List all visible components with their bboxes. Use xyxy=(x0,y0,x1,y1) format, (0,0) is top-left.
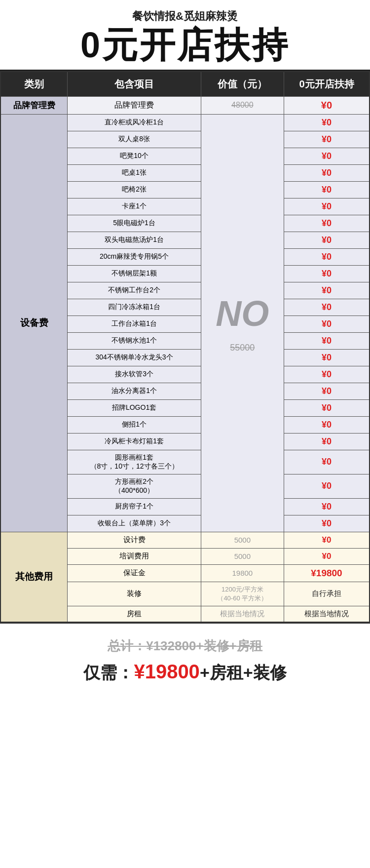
other-row-1: 其他费用 设计费 5000 ¥0 xyxy=(0,532,370,548)
equip-item-23: 厨房帘子1个 xyxy=(68,498,201,515)
col-header-items: 包含项目 xyxy=(68,72,201,96)
equip-item-17: 油水分离器1个 xyxy=(68,383,201,399)
equip-support-11: ¥0 xyxy=(284,282,370,299)
table-header-row: 类别 包含项目 价值（元） 0元开店扶持 xyxy=(0,72,370,96)
equip-item-7: 5眼电磁炉1台 xyxy=(68,215,201,232)
equip-support-2: ¥0 xyxy=(284,131,370,148)
equip-item-4: 吧桌1张 xyxy=(68,164,201,181)
equip-item-2: 双人桌8张 xyxy=(68,131,201,148)
other-support-3: ¥19800 xyxy=(284,564,370,582)
main-table: 类别 包含项目 价值（元） 0元开店扶持 品牌管理费 品牌管理费 48000 ¥… xyxy=(0,71,370,623)
other-item-2: 培训费用 xyxy=(68,548,201,564)
equip-support-13: ¥0 xyxy=(284,316,370,332)
equip-support-10: ¥0 xyxy=(284,265,370,282)
equip-support-12: ¥0 xyxy=(284,299,370,316)
brand-row: 品牌管理费 品牌管理费 48000 ¥0 xyxy=(0,96,370,114)
other-value-3: 19800 xyxy=(201,564,284,582)
other-support-5: 根据当地情况 xyxy=(284,606,370,622)
header-subtitle: 餐饮情报&觅姐麻辣烫 xyxy=(5,9,365,24)
equip-item-14: 不锈钢水池1个 xyxy=(68,332,201,349)
other-value-2: 5000 xyxy=(201,548,284,564)
brand-category: 品牌管理费 xyxy=(0,96,68,114)
other-item-4: 装修 xyxy=(68,582,201,606)
brand-value: 48000 xyxy=(201,96,284,114)
page-wrapper: 餐饮情报&觅姐麻辣烫 0元开店扶持 类别 包含项目 价值（元） 0元开店扶持 品… xyxy=(0,0,370,699)
equip-item-20: 冷风柜卡布灯箱1套 xyxy=(68,433,201,450)
equip-item-13: 工作台冰箱1台 xyxy=(68,316,201,332)
equip-support-6: ¥0 xyxy=(284,198,370,215)
equip-item-10: 不锈钢层架1额 xyxy=(68,265,201,282)
footer: 总计：¥132800+装修+房租 仅需：¥19800+房租+装修 xyxy=(0,623,370,699)
equip-item-11: 不锈钢工作台2个 xyxy=(68,282,201,299)
other-value-4: 1200元/平方米 （40-60 平方米） xyxy=(201,582,284,606)
equip-support-3: ¥0 xyxy=(284,148,370,164)
equip-support-16: ¥0 xyxy=(284,366,370,383)
equip-item-16: 接水软管3个 xyxy=(68,366,201,383)
col-header-support: 0元开店扶持 xyxy=(284,72,370,96)
footer-only-label: 仅需： xyxy=(83,663,134,682)
other-support-2: ¥0 xyxy=(284,548,370,564)
equipment-category: 设备费 xyxy=(0,114,68,532)
brand-support: ¥0 xyxy=(284,96,370,114)
equip-item-1: 直冷柜或风冷柜1台 xyxy=(68,114,201,131)
equip-item-19: 侧招1个 xyxy=(68,416,201,433)
equip-item-9: 20cm麻辣烫专用锅5个 xyxy=(68,248,201,265)
equip-support-1: ¥0 xyxy=(284,114,370,131)
header: 餐饮情报&觅姐麻辣烫 0元开店扶持 xyxy=(0,0,370,71)
other-value-5: 根据当地情况 xyxy=(201,606,284,622)
equip-support-20: ¥0 xyxy=(284,433,370,450)
equip-support-22: ¥0 xyxy=(284,474,370,498)
equip-support-24: ¥0 xyxy=(284,515,370,532)
equip-support-14: ¥0 xyxy=(284,332,370,349)
equip-item-8: 双头电磁熬汤炉1台 xyxy=(68,232,201,248)
equip-support-7: ¥0 xyxy=(284,215,370,232)
footer-line2: 仅需：¥19800+房租+装修 xyxy=(10,661,360,684)
other-item-1: 设计费 xyxy=(68,532,201,548)
brand-item: 品牌管理费 xyxy=(68,96,201,114)
equip-support-15: ¥0 xyxy=(284,349,370,366)
equip-support-21: ¥0 xyxy=(284,450,370,474)
footer-total-value: ¥132800+装修+房租 xyxy=(146,638,262,653)
other-item-3: 保证金 xyxy=(68,564,201,582)
equip-support-17: ¥0 xyxy=(284,383,370,399)
equip-support-19: ¥0 xyxy=(284,416,370,433)
equip-item-21: 圆形画框1套 （8寸，10寸，12寸各三个） xyxy=(68,450,201,474)
no-icon: NO xyxy=(203,293,282,334)
equip-item-24: 收银台上（菜单牌）3个 xyxy=(68,515,201,532)
equip-value-cell: NO 55000 xyxy=(201,114,284,532)
other-support-4: 自行承担 xyxy=(284,582,370,606)
equip-support-9: ¥0 xyxy=(284,248,370,265)
other-category: 其他费用 xyxy=(0,532,68,622)
equip-support-8: ¥0 xyxy=(284,232,370,248)
other-support-1: ¥0 xyxy=(284,532,370,548)
other-value-1: 5000 xyxy=(201,532,284,548)
equip-item-5: 吧椅2张 xyxy=(68,181,201,198)
other-item-5: 房租 xyxy=(68,606,201,622)
equip-item-6: 卡座1个 xyxy=(68,198,201,215)
footer-only-suffix: +房租+装修 xyxy=(200,663,287,682)
footer-line1: 总计：¥132800+装修+房租 xyxy=(10,637,360,655)
equip-support-18: ¥0 xyxy=(284,399,370,416)
col-header-value: 价值（元） xyxy=(201,72,284,96)
footer-only-amount: ¥19800 xyxy=(134,661,199,682)
equip-support-23: ¥0 xyxy=(284,498,370,515)
equip-item-3: 吧凳10个 xyxy=(68,148,201,164)
col-header-category: 类别 xyxy=(0,72,68,96)
equip-item-15: 304不锈钢单冷水龙头3个 xyxy=(68,349,201,366)
equip-row-1: 设备费 直冷柜或风冷柜1台 NO 55000 ¥0 xyxy=(0,114,370,131)
equip-item-12: 四门冷冻冰箱1台 xyxy=(68,299,201,316)
header-title: 0元开店扶持 xyxy=(5,26,365,65)
equip-support-5: ¥0 xyxy=(284,181,370,198)
equip-item-18: 招牌LOGO1套 xyxy=(68,399,201,416)
equip-item-22: 方形画框2个 （400*600） xyxy=(68,474,201,498)
equip-value-num: 55000 xyxy=(230,343,255,353)
equip-support-4: ¥0 xyxy=(284,164,370,181)
footer-total-label: 总计： xyxy=(108,638,146,653)
